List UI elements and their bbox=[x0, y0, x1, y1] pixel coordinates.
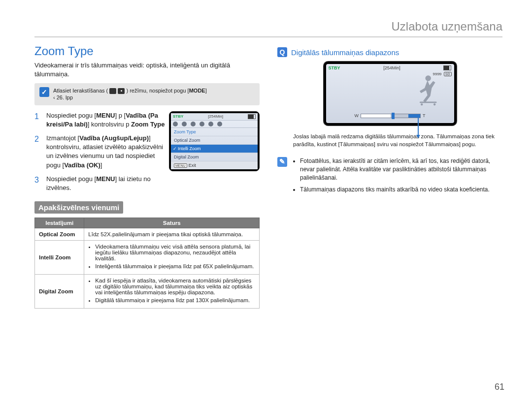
menu-chip: MENU bbox=[174, 163, 187, 168]
zoom-t-label: T bbox=[423, 113, 426, 118]
row-digital-name: Digital Zoom bbox=[35, 275, 84, 309]
note-box: ✎ Fotoattēlus, kas ierakstīti ar citām i… bbox=[277, 157, 502, 198]
sd-icon: SD bbox=[444, 72, 452, 76]
svg-point-2 bbox=[421, 103, 423, 105]
section-title: Zoom Type bbox=[34, 44, 260, 58]
table-row: Digital Zoom Kad šī iespēja ir atlasīta,… bbox=[35, 275, 260, 309]
battery-icon bbox=[443, 65, 451, 70]
camera-icon bbox=[118, 88, 125, 94]
step-number: 1 bbox=[34, 111, 41, 122]
content-list: Videokamera tālummaiņu veic visā attēla … bbox=[88, 244, 255, 269]
right-column: Q Digitālās tālummaiņas diapazons STBY [… bbox=[277, 42, 502, 309]
table-row: Optical Zoom Līdz 52X.palielinājumam ir … bbox=[35, 228, 260, 241]
mode-label: MODE bbox=[189, 88, 205, 94]
stby-indicator: STBY bbox=[329, 65, 340, 70]
step-body: Nospiediet pogu [MENU] p [Vadība (Pa kre… bbox=[46, 111, 166, 129]
chapter-title: Uzlabota uzņemšana bbox=[34, 20, 502, 37]
mode-tail: ] bbox=[205, 88, 207, 94]
page-number: 61 bbox=[495, 382, 504, 392]
skateboarder-silhouette bbox=[407, 72, 442, 107]
menu-screenshot-inner: STBY [254Min] Zoom Type bbox=[171, 113, 258, 169]
tab-icon bbox=[208, 122, 213, 126]
row-intelli-name: Intelli Zoom bbox=[35, 241, 84, 275]
menu-tab-icons bbox=[171, 121, 258, 128]
content-list: Kad šī iespēja ir atlasīta, videokamera … bbox=[88, 278, 255, 303]
mode-post: ) režīmu, nospiežot pogu [ bbox=[126, 88, 189, 94]
battery-icon bbox=[248, 114, 256, 119]
tab-icon bbox=[217, 122, 222, 126]
range-heading-text: Digitālās tālummaiņas diapazons bbox=[291, 48, 399, 57]
range-description: Joslas labajā malā redzama digitālās tāl… bbox=[293, 133, 502, 148]
time-remaining: [254Min] bbox=[208, 114, 223, 119]
q-icon: Q bbox=[277, 47, 287, 57]
table-row: Intelli Zoom Videokamera tālummaiņu veic… bbox=[35, 241, 260, 275]
mode-prereq-text: Atlasiet Ierakstīšanas ( ) režīmu, nospi… bbox=[53, 87, 207, 101]
note-item: Fotoattēlus, kas ierakstīti ar citām ier… bbox=[300, 157, 502, 182]
mode-ref: ‹ 26. lpp bbox=[53, 94, 73, 100]
range-heading: Q Digitālās tālummaiņas diapazons bbox=[277, 47, 502, 57]
menu-top-bar: STBY [254Min] bbox=[171, 113, 258, 121]
mode-pre: Atlasiet Ierakstīšanas ( bbox=[53, 88, 108, 94]
row-intelli-content: Videokamera tālummaiņu veic visā attēla … bbox=[84, 241, 260, 275]
subheading: Apakšizvēlnes vienumi bbox=[34, 201, 123, 214]
steps-with-shot: 1 Nospiediet pogu [MENU] p [Vadība (Pa k… bbox=[34, 111, 260, 193]
menu-exit: MENUExit bbox=[171, 161, 258, 169]
step-list: 1 Nospiediet pogu [MENU] p [Vadība (Pa k… bbox=[34, 111, 166, 193]
svg-rect-1 bbox=[419, 101, 436, 103]
step-number: 2 bbox=[34, 134, 41, 145]
camera-top-bar: STBY [254Min] bbox=[326, 64, 454, 72]
menu-item-optical: Optical Zoom bbox=[171, 136, 258, 145]
table-header-row: Iestatījumi Saturs bbox=[35, 218, 260, 228]
th-settings: Iestatījumi bbox=[35, 218, 84, 228]
two-column-layout: Zoom Type Videokamerai ir trīs tālummaiņ… bbox=[34, 42, 502, 309]
menu-item-digital: Digital Zoom bbox=[171, 153, 258, 161]
stby-indicator: STBY bbox=[173, 114, 183, 119]
row-optical-name: Optical Zoom bbox=[35, 228, 84, 241]
callout-arrow bbox=[418, 117, 419, 136]
tab-icon bbox=[182, 122, 187, 126]
zoom-w-label: W bbox=[355, 113, 359, 118]
step-body: Izmantojot [Vadība (Augšup/Lejup)] kontr… bbox=[46, 134, 166, 170]
tab-icon bbox=[200, 122, 204, 126]
zoom-handle bbox=[392, 113, 395, 119]
camera-screenshot-inner: STBY [254Min] 9999 SD bbox=[326, 64, 454, 123]
step-body: Nospiediet pogu [MENU] lai izietu no izv… bbox=[46, 175, 166, 192]
menu-header: Zoom Type bbox=[171, 128, 258, 136]
mode-prereq-box: ✓ Atlasiet Ierakstīšanas ( ) režīmu, nos… bbox=[34, 83, 260, 105]
note-item: Tālummaiņas diapazons tiks mainīts atkar… bbox=[300, 186, 502, 194]
zoom-indicator-bar: W T bbox=[355, 113, 426, 118]
settings-table: Iestatījumi Saturs Optical Zoom Līdz 52X… bbox=[34, 218, 260, 309]
left-column: Zoom Type Videokamerai ir trīs tālummaiņ… bbox=[34, 42, 260, 309]
tab-icon bbox=[173, 122, 178, 126]
step-2: 2 Izmantojot [Vadība (Augšup/Lejup)] kon… bbox=[34, 134, 166, 170]
row-digital-content: Kad šī iespēja ir atlasīta, videokamera … bbox=[84, 275, 260, 309]
row-optical-content: Līdz 52X.palielinājumam ir pieejama tika… bbox=[84, 228, 260, 241]
svg-point-0 bbox=[425, 75, 431, 81]
note-icon: ✎ bbox=[277, 157, 287, 167]
th-content: Saturs bbox=[84, 218, 260, 228]
tab-icon bbox=[191, 122, 196, 126]
zoom-track bbox=[361, 114, 421, 118]
menu-screenshot: STBY [254Min] Zoom Type bbox=[169, 111, 260, 171]
svg-point-3 bbox=[433, 103, 435, 105]
step-number: 3 bbox=[34, 175, 41, 186]
time-remaining: [254Min] bbox=[383, 65, 400, 70]
intro-text: Videokamerai ir trīs tālummaiņas veidi: … bbox=[34, 61, 260, 78]
manual-page: Uzlabota uzņemšana Zoom Type Videokamera… bbox=[0, 0, 532, 407]
note-list: Fotoattēlus, kas ierakstīti ar citām ier… bbox=[292, 157, 502, 198]
video-icon bbox=[109, 88, 116, 94]
camera-screenshot: STBY [254Min] 9999 SD bbox=[323, 61, 457, 126]
step-1: 1 Nospiediet pogu [MENU] p [Vadība (Pa k… bbox=[34, 111, 166, 129]
step-3: 3 Nospiediet pogu [MENU] lai izietu no i… bbox=[34, 175, 166, 192]
menu-item-intelli-selected: Intelli Zoom bbox=[171, 145, 258, 153]
check-icon: ✓ bbox=[39, 87, 49, 97]
